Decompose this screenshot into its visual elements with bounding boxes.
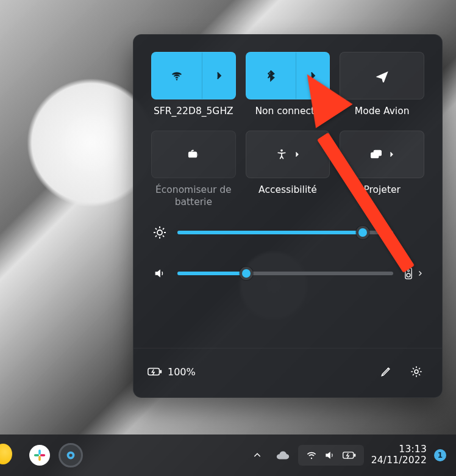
wifi-expand[interactable]	[202, 52, 235, 99]
wifi-icon	[170, 69, 183, 82]
sliders-section	[152, 225, 424, 280]
svg-point-8	[408, 270, 410, 272]
battery-saver-icon	[187, 148, 200, 161]
clock-date: 24/11/2022	[371, 455, 427, 466]
tile-bluetooth: Non connecté	[246, 52, 330, 117]
tile-airplane: Mode Avion	[340, 52, 424, 117]
battery-charging-icon	[147, 366, 163, 378]
wifi-label: SFR_22D8_5GHZ	[154, 106, 233, 117]
svg-point-18	[310, 458, 312, 459]
taskbar: 13:13 24/11/2022 1	[0, 435, 456, 476]
svg-point-17	[68, 453, 74, 458]
clock-time: 13:13	[399, 444, 427, 455]
bluetooth-icon	[264, 69, 277, 82]
system-tray[interactable]	[298, 445, 364, 466]
chevron-right-icon	[388, 151, 395, 158]
volume-icon[interactable]	[152, 267, 168, 280]
battery-saver-toggle	[151, 131, 236, 178]
svg-point-12	[415, 370, 418, 373]
svg-rect-13	[38, 450, 41, 455]
svg-rect-15	[38, 456, 41, 461]
battery-percent-text: 100%	[168, 366, 196, 378]
project-label: Projeter	[363, 184, 400, 196]
svg-point-9	[407, 273, 410, 277]
volume-slider-row	[152, 267, 424, 280]
svg-point-6	[157, 230, 162, 235]
tile-battery-saver: Économiseur de batterie	[152, 131, 235, 208]
open-settings-button[interactable]	[404, 359, 429, 384]
chevron-up-icon	[252, 450, 262, 460]
airplane-toggle[interactable]	[340, 52, 424, 99]
airplane-label: Mode Avion	[355, 106, 410, 117]
svg-rect-1	[189, 153, 197, 157]
chevron-right-icon	[307, 70, 318, 81]
notification-badge[interactable]: 1	[434, 449, 446, 461]
brightness-slider[interactable]	[177, 231, 393, 234]
svg-point-3	[280, 150, 283, 152]
tray-overflow-button[interactable]	[247, 445, 268, 466]
svg-rect-2	[197, 154, 198, 156]
volume-slider[interactable]	[177, 272, 393, 275]
taskbar-app-settings[interactable]	[59, 443, 83, 467]
sun-icon	[152, 225, 167, 240]
bluetooth-label: Non connecté	[255, 106, 320, 117]
bluetooth-button[interactable]	[246, 52, 296, 99]
cloud-icon	[276, 449, 290, 461]
tile-wifi: SFR_22D8_5GHZ	[152, 52, 235, 117]
battery-icon	[342, 450, 357, 461]
speaker-icon	[324, 449, 336, 461]
wifi-toggle[interactable]	[151, 52, 236, 99]
settings-app-icon	[65, 450, 76, 461]
accessibility-icon	[275, 148, 288, 161]
project-icon	[369, 148, 383, 161]
taskbar-app-slack[interactable]	[29, 445, 50, 466]
pencil-icon	[380, 366, 392, 378]
svg-rect-16	[40, 454, 45, 456]
svg-rect-14	[34, 454, 39, 456]
svg-rect-5	[374, 151, 381, 156]
accessibility-toggle[interactable]	[246, 131, 330, 178]
audio-output-selector[interactable]	[403, 267, 424, 280]
accessibility-label: Accessibilité	[258, 184, 317, 196]
tile-accessibility: Accessibilité	[246, 131, 330, 208]
slack-icon	[33, 449, 46, 462]
svg-rect-11	[160, 370, 162, 373]
gear-icon	[410, 365, 423, 378]
brightness-slider-row	[152, 225, 424, 240]
panel-footer: 100%	[134, 348, 442, 384]
tile-project: Projeter	[340, 131, 424, 208]
quick-settings-panel: SFR_22D8_5GHZ Non connecté Mode Avion	[133, 34, 443, 398]
battery-status[interactable]: 100%	[147, 366, 196, 378]
wifi-button[interactable]	[152, 52, 202, 99]
svg-point-0	[176, 79, 177, 80]
taskbar-clock[interactable]: 13:13 24/11/2022	[371, 444, 427, 466]
speaker-icon	[153, 267, 166, 280]
quick-settings-tiles: SFR_22D8_5GHZ Non connecté Mode Avion	[152, 52, 424, 208]
wifi-icon	[305, 449, 318, 461]
brightness-icon	[152, 225, 168, 240]
bluetooth-expand[interactable]	[296, 52, 329, 99]
edit-quick-settings-button[interactable]	[374, 359, 398, 384]
chevron-right-icon	[416, 270, 424, 277]
brightness-thumb[interactable]	[356, 226, 369, 239]
project-toggle[interactable]	[340, 131, 424, 178]
notification-count: 1	[438, 451, 443, 460]
bluetooth-toggle[interactable]	[246, 52, 330, 99]
chevron-right-icon	[293, 151, 301, 158]
chevron-right-icon	[213, 70, 224, 81]
airplane-icon	[376, 69, 389, 82]
svg-rect-20	[354, 453, 355, 456]
audio-device-icon	[403, 267, 414, 280]
tray-onedrive[interactable]	[275, 447, 291, 463]
volume-thumb[interactable]	[240, 267, 253, 280]
battery-saver-label: Économiseur de batterie	[152, 184, 235, 208]
